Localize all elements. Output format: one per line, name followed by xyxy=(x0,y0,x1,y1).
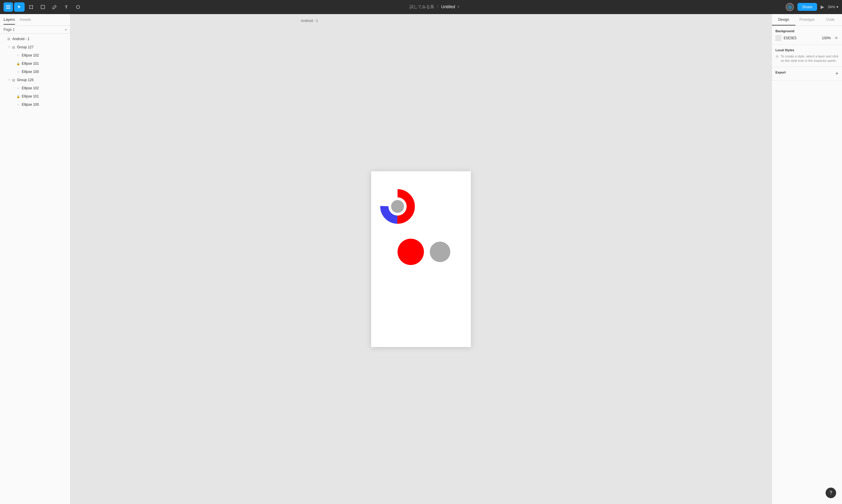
export-add-button[interactable]: + xyxy=(835,71,839,77)
layer-item-ellipse102b[interactable]: ○ Ellipse 102 xyxy=(0,84,70,92)
page-selector[interactable]: Page 1 ▾ xyxy=(0,26,70,34)
toolbar-right: 🌐 Share ▶ 34% ▾ xyxy=(786,3,839,11)
group-icon: ▤ xyxy=(11,45,16,50)
toolbar-left: T xyxy=(3,2,83,12)
layer-list: ⊞ Android - 1 ⠿ ▤ Group 127 ○ Ellipse 10… xyxy=(0,34,70,504)
canvas-frame-label: Android - 1 xyxy=(301,19,318,23)
layer-label: Ellipse 101 xyxy=(22,94,68,98)
layer-label: Group 127 xyxy=(17,45,68,49)
tab-prototype[interactable]: Prototype xyxy=(795,14,819,25)
ellipse-icon: 🔒 xyxy=(16,61,20,66)
layer-label: Group 126 xyxy=(17,78,68,82)
file-title[interactable]: Untitled xyxy=(441,4,455,9)
svg-rect-6 xyxy=(32,5,33,7)
layer-label: Ellipse 100 xyxy=(22,103,68,107)
layer-item-ellipse101a[interactable]: 🔒 Ellipse 101 xyxy=(0,59,70,68)
red-circle xyxy=(398,239,424,265)
group-126-shapes xyxy=(377,239,450,265)
menu-button[interactable] xyxy=(3,2,13,12)
drag-handle: ⠿ xyxy=(7,78,11,82)
design-frame xyxy=(371,171,471,347)
local-styles-hint: ⁜ To create a style, select a layer and … xyxy=(775,54,839,63)
local-styles-title: Local Styles xyxy=(775,48,839,52)
project-name: 試してみる系 xyxy=(410,4,434,9)
layer-item-ellipse100a[interactable]: ○ Ellipse 100 xyxy=(0,68,70,76)
rect-tool-button[interactable] xyxy=(37,2,48,12)
user-avatar: 🌐 xyxy=(786,3,794,11)
background-opacity: 100% xyxy=(822,36,831,40)
svg-point-9 xyxy=(52,8,53,9)
center-circle xyxy=(391,200,404,213)
group-icon: ▤ xyxy=(11,78,16,82)
ellipse-icon: 🔒 xyxy=(16,94,20,99)
svg-rect-7 xyxy=(32,7,33,9)
group-127-shapes xyxy=(380,189,415,225)
toolbar: T 試してみる系 / Untitled ▾ 🌐 Share ▶ 34% ▾ xyxy=(0,0,842,14)
background-title: Background xyxy=(775,29,839,33)
ellipse-icon: ○ xyxy=(16,69,20,74)
frame-tool-button[interactable] xyxy=(26,2,36,12)
layer-label: Ellipse 101 xyxy=(22,61,68,66)
zoom-selector[interactable]: 34% ▾ xyxy=(828,5,839,9)
text-tool-button[interactable]: T xyxy=(61,2,71,12)
svg-rect-8 xyxy=(41,5,45,9)
share-button[interactable]: Share xyxy=(797,3,817,11)
page-chevron: ▾ xyxy=(65,28,67,31)
drag-handle: ⠿ xyxy=(7,46,11,49)
main-layout: Layers Assets Page 1 ▾ ⊞ Android - 1 ⠿ ▤… xyxy=(0,14,842,504)
svg-rect-5 xyxy=(29,7,30,9)
right-panel: Design Prototype Code Background E5E5E5 … xyxy=(772,14,842,504)
styles-icon: ⁜ xyxy=(775,54,779,60)
layer-label: Ellipse 102 xyxy=(22,86,68,90)
tab-layers[interactable]: Layers xyxy=(3,15,15,24)
layer-item-ellipse100b[interactable]: ○ Ellipse 100 xyxy=(0,101,70,109)
layer-item-group127[interactable]: ⠿ ▤ Group 127 xyxy=(0,43,70,51)
tab-design[interactable]: Design xyxy=(772,14,795,25)
export-row: Export + xyxy=(775,71,839,77)
right-panel-tabs: Design Prototype Code xyxy=(772,14,842,26)
tab-code[interactable]: Code xyxy=(819,14,842,25)
background-row: E5E5E5 100% 👁 xyxy=(775,35,839,41)
breadcrumb: 試してみる系 / Untitled ▾ xyxy=(410,4,459,10)
page-name: Page 1 xyxy=(3,28,15,32)
layer-item-android1[interactable]: ⊞ Android - 1 xyxy=(0,35,70,43)
canvas-area[interactable]: Android - 1 xyxy=(70,14,772,504)
layer-item-group126[interactable]: ⠿ ▤ Group 126 xyxy=(0,76,70,84)
background-color-swatch[interactable] xyxy=(775,35,781,41)
select-tool-button[interactable] xyxy=(14,2,24,12)
export-section: Export + xyxy=(772,67,842,80)
layer-label: Android - 1 xyxy=(12,37,68,41)
visibility-toggle-icon[interactable]: 👁 xyxy=(835,36,839,40)
tab-assets[interactable]: Assets xyxy=(20,15,31,24)
background-section: Background E5E5E5 100% 👁 xyxy=(772,26,842,45)
panel-tabs: Layers Assets xyxy=(0,14,70,26)
svg-text:🌐: 🌐 xyxy=(788,5,792,9)
local-styles-hint-text: To create a style, select a layer and cl… xyxy=(781,54,839,63)
local-styles-section: Local Styles ⁜ To create a style, select… xyxy=(772,45,842,67)
svg-point-10 xyxy=(76,5,80,8)
help-button[interactable]: ? xyxy=(826,488,836,498)
gray-circle xyxy=(430,241,450,262)
title-chevron[interactable]: ▾ xyxy=(457,4,459,9)
zoom-chevron: ▾ xyxy=(837,5,839,9)
zoom-value: 34% xyxy=(828,5,835,9)
donut-chart xyxy=(380,189,415,224)
svg-rect-4 xyxy=(29,5,30,7)
ellipse-icon: ○ xyxy=(16,86,20,90)
pen-tool-button[interactable] xyxy=(49,2,60,12)
breadcrumb-separator: / xyxy=(437,4,438,9)
left-panel: Layers Assets Page 1 ▾ ⊞ Android - 1 ⠿ ▤… xyxy=(0,14,70,504)
toolbar-center: 試してみる系 / Untitled ▾ xyxy=(410,4,459,10)
ellipse-icon: ○ xyxy=(16,102,20,107)
background-color-hex: E5E5E5 xyxy=(784,36,820,40)
frame-icon: ⊞ xyxy=(6,37,11,41)
layer-label: Ellipse 100 xyxy=(22,70,68,74)
play-button[interactable]: ▶ xyxy=(821,4,824,10)
layer-item-ellipse102a[interactable]: ○ Ellipse 102 xyxy=(0,51,70,59)
layer-item-ellipse101b[interactable]: 🔒 Ellipse 101 xyxy=(0,92,70,101)
ellipse-icon: ○ xyxy=(16,53,20,58)
layer-label: Ellipse 102 xyxy=(22,53,68,57)
export-title: Export xyxy=(775,71,786,74)
blue-wedge xyxy=(377,242,392,261)
comment-tool-button[interactable] xyxy=(73,2,83,12)
